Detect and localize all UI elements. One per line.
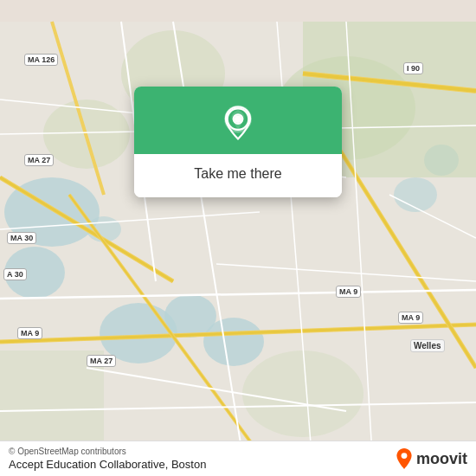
- road-badge-a30: A 30: [3, 268, 27, 280]
- svg-point-5: [203, 318, 264, 366]
- popup-button-section: Take me there: [134, 154, 342, 197]
- moovit-text: moovit: [416, 450, 467, 468]
- popup-card: Take me there: [134, 87, 342, 197]
- popup-green-section: [134, 87, 342, 154]
- map-container: MA 126 MA 27 MA 30 A 30 MA 9 MA 27 MA 9 …: [0, 0, 476, 476]
- road-badge-ma9a: MA 9: [17, 327, 42, 339]
- svg-point-7: [394, 177, 437, 212]
- moovit-logo: moovit: [396, 448, 467, 469]
- road-badge-ma9c: MA 9: [398, 312, 423, 324]
- road-badge-welles: Welles: [410, 339, 445, 352]
- road-badge-ma9b: MA 9: [336, 286, 361, 298]
- road-badge-ma126: MA 126: [24, 54, 58, 66]
- road-badge-ma30a: MA 30: [7, 232, 36, 244]
- take-me-there-button[interactable]: Take me there: [151, 163, 325, 185]
- road-badge-ma27a: MA 27: [24, 154, 54, 166]
- location-pin-icon: [219, 104, 257, 142]
- svg-point-43: [402, 453, 408, 459]
- svg-point-14: [242, 351, 363, 437]
- road-badge-ma27b: MA 27: [87, 355, 116, 367]
- moovit-pin-icon: [396, 448, 413, 469]
- road-badge-i90: I 90: [403, 62, 423, 74]
- bottom-bar: © OpenStreetMap contributors Accept Educ…: [0, 441, 476, 476]
